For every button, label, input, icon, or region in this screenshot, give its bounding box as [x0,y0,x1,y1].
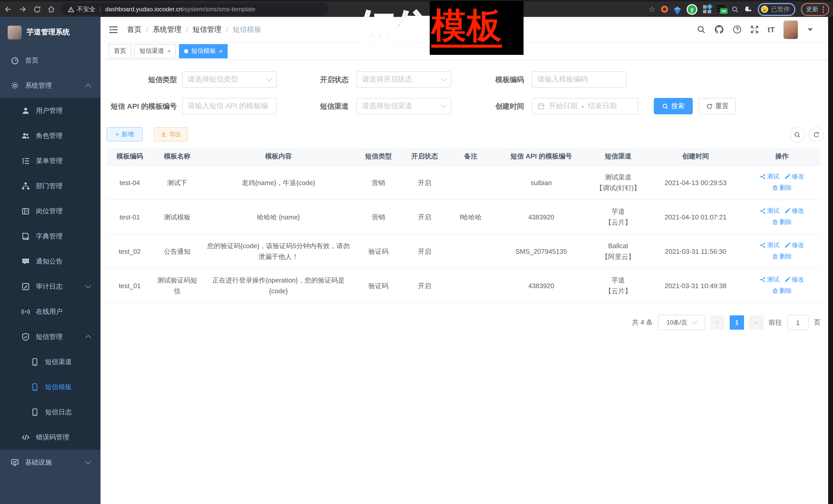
sms-type-select[interactable]: 请选择短信类型 [182,71,277,88]
sidebar-item-infrastructure[interactable]: 基础设施 [0,450,100,475]
sidebar-item-departments[interactable]: 部门管理 [0,173,100,198]
user-avatar[interactable] [784,20,798,39]
delete-link[interactable]: 删除 [772,217,792,227]
extension-grid-icon[interactable] [703,5,711,13]
browser-update-button[interactable]: 更新 [801,3,829,16]
gear-icon [11,81,19,90]
page-number-1[interactable]: 1 [730,315,744,330]
extension-gem-icon[interactable] [674,9,681,15]
page-size-select[interactable]: 10条/页 [658,315,705,330]
sidebar-item-posts[interactable]: 岗位管理 [0,198,100,223]
breadcrumb-item[interactable]: 系统管理 [153,25,182,34]
phone-icon [31,358,39,366]
chevron-down-icon [691,319,697,325]
table-row: test_02 公告通知 您的验证码{code}，该验证码5分钟内有效，请勿泄漏… [106,234,820,268]
template-code-input[interactable]: 请输入模板编码 [532,71,626,88]
sidebar-item-sms-template[interactable]: 短信模板 [0,374,100,400]
export-button[interactable]: 导出 [154,127,188,142]
extension-tabs-icon[interactable]: on [717,5,725,13]
edit-link[interactable]: 修改 [785,171,804,182]
extensions-puzzle-icon[interactable] [744,5,752,13]
github-icon[interactable] [714,25,724,34]
sidebar-item-system[interactable]: 系统管理 [0,73,100,98]
api-template-id-input[interactable]: 请输入短信 API 的模板编 [182,98,277,114]
sidebar-item-users[interactable]: 用户管理 [0,98,100,123]
next-page-button[interactable]: › [749,315,763,330]
tab-sms-template[interactable]: 短信模板× [179,44,228,58]
sidebar-item-sms-channel[interactable]: 短信渠道 [0,349,100,374]
sidebar-item-sms-log[interactable]: 短信日志 [0,400,100,425]
close-icon[interactable]: × [167,47,171,55]
security-warning[interactable]: 不安全 [68,5,95,14]
sidebar-item-notices[interactable]: 通知公告 [0,249,100,274]
url-host: dashboard.yudao.iocoder.cn [105,6,183,13]
delete-link[interactable]: 删除 [772,286,792,296]
delete-link[interactable]: 删除 [772,251,792,262]
bookmark-star-icon[interactable]: ☆ [648,5,655,14]
share-icon [760,277,766,283]
pencil-icon [785,277,790,283]
browser-reload-icon[interactable] [30,3,44,16]
chevron-down-icon [86,283,91,289]
test-link[interactable]: 测试 [760,206,779,216]
channel-select[interactable]: 请选择短信渠道 [356,98,451,114]
paused-extension-pill[interactable]: 已暂停 [758,3,795,16]
monitor-chart-icon [11,458,19,466]
sidebar-item-menus[interactable]: 菜单管理 [0,148,100,173]
browser-extensions-area: ☆ y on 已暂停 更新 [648,3,833,16]
edit-link[interactable]: 修改 [785,206,804,216]
paused-label: 已暂停 [771,5,790,14]
window-edge-scrollbar[interactable] [828,17,833,504]
sidebar-item-home[interactable]: 首页 [0,48,100,73]
warning-triangle-icon [68,6,74,13]
breadcrumb-item[interactable]: 首页 [127,25,142,34]
sidebar-item-roles[interactable]: 角色管理 [0,123,100,148]
start-date-placeholder: 开始日期 [549,101,577,111]
sidebar-item-label: 通知公告 [36,257,63,266]
url-bar[interactable]: 不安全 | dashboard.yudao.iocoder.cn/system/… [62,3,328,16]
test-link[interactable]: 测试 [760,171,779,182]
sidebar-collapse-icon[interactable] [109,25,118,33]
refresh-table-button[interactable] [809,127,824,143]
breadcrumb-item[interactable]: 短信管理 [193,25,221,34]
hide-search-button[interactable] [790,127,805,143]
reset-button[interactable]: 重置 [699,98,736,114]
sidebar-item-dictionary[interactable]: 字典管理 [0,223,100,249]
browser-back-icon[interactable] [1,3,16,16]
sidebar-item-online-users[interactable]: 在线用户 [0,299,100,324]
edit-link[interactable]: 修改 [785,274,804,285]
sidebar-item-sms[interactable]: 短信管理 [0,324,100,349]
search-button[interactable]: 搜索 [654,98,693,114]
date-range-picker[interactable]: 开始日期 - 结束日期 [532,98,638,114]
channel-label: 短信渠道 [277,98,349,114]
tab-home[interactable]: 首页 [109,44,131,58]
status-select[interactable]: 请选择开启状态 [356,71,451,88]
browser-home-icon[interactable] [44,3,58,16]
sidebar-item-error-codes[interactable]: 错误码管理 [0,425,100,450]
extension-y-icon[interactable]: y [687,4,697,15]
edit-link[interactable]: 修改 [785,240,804,251]
sidebar-item-label: 错误码管理 [36,432,69,442]
delete-link[interactable]: 删除 [772,183,792,193]
download-icon [160,131,166,137]
test-link[interactable]: 测试 [760,274,779,285]
prev-page-button[interactable]: ‹ [710,315,724,330]
search-icon[interactable] [697,25,706,34]
menu-dots-icon[interactable] [823,6,824,13]
users-icon [22,131,30,140]
goto-page-input[interactable]: 1 [787,315,809,330]
add-button[interactable]: + 新增 [106,127,143,142]
close-icon[interactable]: × [219,47,222,55]
font-size-icon[interactable]: tT [768,25,775,34]
extension-search-icon[interactable] [731,5,739,13]
app-logo[interactable]: 芋道管理系统 [0,17,100,48]
tab-sms-channel[interactable]: 短信渠道× [134,44,176,58]
avatar-caret-icon[interactable] [808,28,813,31]
browser-forward-icon[interactable] [16,3,30,16]
extension-ring-icon[interactable] [661,6,668,13]
test-link[interactable]: 测试 [760,240,779,251]
help-icon[interactable] [733,25,741,34]
sidebar-item-label: 短信日志 [45,407,72,416]
fullscreen-icon[interactable] [750,25,759,34]
sidebar-item-audit-log[interactable]: 审计日志 [0,274,100,299]
